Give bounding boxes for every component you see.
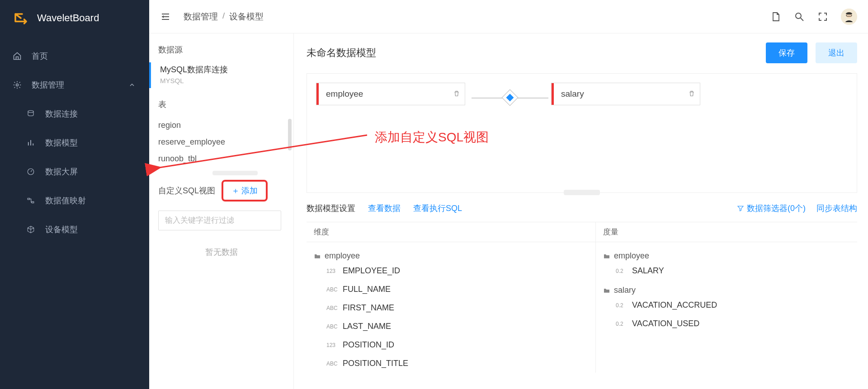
nav-home[interactable]: 首页 — [0, 42, 149, 70]
crumb-b[interactable]: 设备模型 — [229, 11, 264, 23]
dashboard-icon — [26, 167, 35, 176]
tab-view-data[interactable]: 查看数据 — [368, 203, 401, 214]
nav-sub-devmodel[interactable]: 设备模型 — [0, 215, 149, 244]
type-decimal-icon: 0.2 — [616, 321, 627, 327]
field-item[interactable]: ABCFULL_NAME — [307, 280, 595, 299]
folder-icon — [603, 287, 610, 294]
left-panel: 数据源 MySQL数据库连接 MYSQL 表 region reserve_em… — [149, 33, 294, 389]
field-name: FULL_NAME — [343, 285, 391, 294]
annotation-arrow-icon — [146, 122, 372, 177]
dimension-header: 维度 — [307, 222, 596, 242]
brand-logo-icon — [13, 10, 29, 26]
exit-button[interactable]: 退出 — [816, 42, 857, 63]
fullscreen-icon[interactable] — [817, 11, 828, 22]
gear-icon — [13, 80, 22, 89]
type-number-icon: 123 — [326, 268, 338, 274]
content-header: 未命名数据模型 保存 退出 — [307, 42, 857, 63]
dimension-column: employee 123EMPLOYEE_ID ABCFULL_NAME ABC… — [307, 242, 596, 373]
tabs-row: 数据模型设置 查看数据 查看执行SQL 数据筛选器(0个) 同步表结构 — [307, 193, 857, 222]
type-decimal-icon: 0.2 — [616, 268, 627, 274]
cube-icon — [26, 225, 35, 234]
svg-point-1 — [28, 111, 33, 113]
field-item[interactable]: 123EMPLOYEE_ID — [307, 262, 595, 280]
nav-sub-screen-label: 数据大屏 — [45, 166, 78, 177]
field-group[interactable]: salary — [596, 280, 857, 296]
database-icon — [26, 109, 35, 118]
nav-sub-valuemap[interactable]: 数据值映射 — [0, 186, 149, 215]
nav-home-label: 首页 — [32, 51, 48, 61]
measure-header: 度量 — [596, 222, 857, 242]
topbar: 数据管理 / 设备模型 — [149, 0, 868, 33]
datasource-type: MYSQL — [160, 77, 284, 84]
field-group[interactable]: employee — [307, 246, 595, 262]
data-filter-link[interactable]: 数据筛选器(0个) — [737, 203, 806, 214]
data-filter-label: 数据筛选器(0个) — [747, 203, 806, 214]
crumb-sep: / — [222, 11, 225, 23]
field-name: SALARY — [632, 266, 664, 276]
no-data-label: 暂无数据 — [149, 234, 293, 270]
model-title: 未命名数据模型 — [307, 46, 376, 60]
delete-table-icon[interactable] — [684, 90, 700, 98]
field-item[interactable]: 123POSITION_ID — [307, 336, 595, 354]
chevron-up-icon — [127, 80, 137, 89]
annotation-text: 添加自定义SQL视图 — [375, 129, 489, 146]
datasource-item[interactable]: MySQL数据库连接 MYSQL — [149, 62, 293, 88]
nav-data-mgmt-label: 数据管理 — [32, 80, 64, 90]
field-name: VACATION_ACCRUED — [632, 300, 717, 310]
field-item[interactable]: ABCPOSITION_TITLE — [307, 354, 595, 373]
sync-structure-link[interactable]: 同步表结构 — [816, 203, 857, 214]
fields-body: employee 123EMPLOYEE_ID ABCFULL_NAME ABC… — [307, 242, 857, 373]
document-icon[interactable] — [770, 11, 781, 22]
field-item[interactable]: 0.2VACATION_ACCRUED — [596, 296, 857, 314]
sql-view-row: 自定义SQL视图 ＋添加 — [149, 175, 293, 206]
collapse-menu-icon[interactable] — [160, 11, 171, 22]
field-item[interactable]: 0.2VACATION_USED — [596, 314, 857, 333]
brand: WaveletBoard — [0, 0, 149, 36]
type-text-icon: ABC — [326, 361, 338, 367]
nav-data-mgmt[interactable]: 数据管理 — [0, 70, 149, 99]
field-item[interactable]: ABCLAST_NAME — [307, 317, 595, 336]
body: 数据源 MySQL数据库连接 MYSQL 表 region reserve_em… — [149, 33, 868, 389]
field-name: FIRST_NAME — [343, 303, 394, 313]
field-group[interactable]: employee — [596, 246, 857, 262]
nav-sub-conn[interactable]: 数据连接 — [0, 99, 149, 128]
tabs-right: 数据筛选器(0个) 同步表结构 — [737, 203, 857, 214]
canvas-resize-handle[interactable] — [564, 190, 600, 195]
type-text-icon: ABC — [326, 286, 338, 293]
field-name: VACATION_USED — [632, 319, 699, 328]
field-name: POSITION_ID — [343, 340, 394, 350]
sql-view-label: 自定义SQL视图 — [158, 185, 215, 196]
avatar[interactable] — [841, 9, 857, 25]
tab-view-sql[interactable]: 查看执行SQL — [413, 203, 462, 214]
tab-model-settings[interactable]: 数据模型设置 — [307, 203, 355, 214]
nav-sub-model[interactable]: 数据模型 — [0, 128, 149, 157]
nav-sub-model-label: 数据模型 — [45, 137, 78, 148]
field-item[interactable]: 0.2SALARY — [596, 262, 857, 280]
add-label: 添加 — [241, 185, 258, 196]
join-diamond-icon[interactable] — [502, 89, 519, 106]
sql-view-filter-input[interactable] — [158, 211, 281, 230]
type-number-icon: 123 — [326, 342, 338, 348]
model-canvas[interactable]: employee salary 添加自定义SQL视图 — [307, 73, 857, 193]
home-icon — [13, 52, 22, 61]
add-sql-view-button[interactable]: ＋添加 — [222, 180, 268, 202]
save-button[interactable]: 保存 — [766, 42, 807, 63]
search-icon[interactable] — [794, 11, 805, 22]
field-item[interactable]: ABCFIRST_NAME — [307, 299, 595, 317]
crumb-a[interactable]: 数据管理 — [184, 11, 218, 23]
delete-table-icon[interactable] — [448, 90, 465, 98]
field-group-label: employee — [614, 251, 649, 261]
datasource-label: 数据源 — [149, 42, 293, 62]
canvas-table-name: employee — [319, 89, 448, 99]
folder-icon — [603, 253, 610, 260]
type-text-icon: ABC — [326, 305, 338, 311]
nav-sub-screen[interactable]: 数据大屏 — [0, 157, 149, 186]
join-link[interactable] — [472, 92, 548, 103]
canvas-table-salary[interactable]: salary — [551, 83, 700, 105]
brand-name: WaveletBoard — [37, 12, 99, 24]
canvas-table-name: salary — [554, 89, 684, 99]
tables-label: 表 — [149, 96, 293, 117]
avatar-icon — [841, 9, 857, 25]
canvas-table-employee[interactable]: employee — [316, 83, 465, 105]
svg-rect-3 — [28, 198, 30, 200]
